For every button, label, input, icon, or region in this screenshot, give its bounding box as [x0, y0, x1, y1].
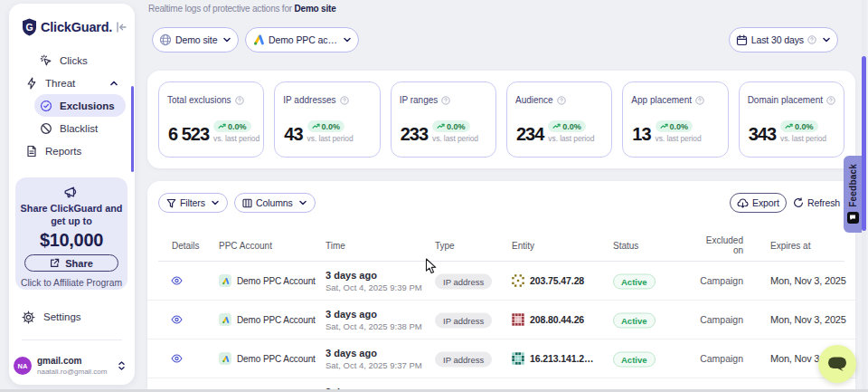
type-badge: IP address	[435, 313, 492, 329]
help-circle-icon[interactable]	[826, 96, 835, 105]
megaphone-icon	[63, 185, 80, 201]
logo-text: ClickGuard.	[41, 20, 112, 34]
columns-button[interactable]: Columns	[234, 193, 316, 213]
help-circle-icon[interactable]	[695, 96, 704, 105]
stat-value: 233	[401, 125, 428, 143]
view-details-eye-icon[interactable]	[171, 315, 183, 325]
column-header-time[interactable]: Time	[326, 241, 345, 251]
stat-title: Total exclusions	[167, 95, 255, 105]
page-title-prefix: Realtime logs of protective actions for	[148, 4, 295, 14]
export-button[interactable]: Export	[730, 193, 787, 213]
help-circle-icon[interactable]	[557, 96, 566, 105]
table-row[interactable]: Demo PPC Account 3 days ago Sat, Oct 4, …	[147, 262, 855, 301]
help-circle-icon	[807, 35, 816, 44]
logo-row: G ClickGuard.	[22, 18, 127, 36]
column-header-status[interactable]: Status	[613, 241, 638, 251]
sidebar-item-reports[interactable]: Reports	[22, 139, 126, 162]
stat-card: Total exclusions 6 523 0.0% vs. last per…	[158, 81, 264, 158]
column-header-ppc-account[interactable]: PPC Account	[219, 241, 272, 251]
refresh-button[interactable]: Refresh	[791, 193, 842, 213]
date-range-selector[interactable]: Last 30 days	[729, 27, 838, 53]
calendar-icon	[736, 34, 748, 46]
stat-card: Domain placement 343 0.0% vs. last perio…	[739, 81, 844, 158]
chat-widget-button[interactable]	[818, 345, 856, 383]
stat-delta-badge: 0.0%	[780, 120, 818, 132]
sidebar-item-label: Reports	[45, 146, 81, 157]
sidebar-item-blacklist[interactable]: Blacklist	[34, 117, 126, 139]
trending-up-icon	[218, 123, 226, 129]
cloud-download-icon	[737, 198, 749, 208]
column-header-entity[interactable]: Entity	[512, 241, 534, 251]
entity-value: 16.213.141.2…	[530, 353, 594, 364]
column-header-type[interactable]: Type	[435, 241, 455, 251]
chat-bubble-icon	[826, 355, 848, 373]
user-email: naatali.ro@gmail.com	[37, 368, 107, 376]
affiliate-link[interactable]: Click to Affiliate Program	[15, 278, 127, 288]
view-details-eye-icon[interactable]	[171, 354, 183, 364]
time-cell: 3 days ago Sat, Oct 4, 2025 9:38 PM	[326, 309, 422, 331]
logs-table-panel: Filters Columns Export Refresh Details P…	[147, 181, 855, 392]
google-ads-account-icon	[219, 274, 231, 287]
promo-line1: Share ClickGuard and	[15, 203, 127, 215]
sidebar-item-threat[interactable]: Threat	[22, 72, 126, 94]
stat-delta: 0.0%	[228, 122, 247, 131]
date-range-label: Last 30 days	[751, 34, 804, 45]
table-row[interactable]: Demo PPC Account 3 days ago Sat, Oct 4, …	[147, 301, 855, 339]
sidebar-scrollbar-thumb[interactable]	[131, 86, 135, 172]
stat-meta: 0.0% vs. last period	[780, 120, 826, 143]
trending-up-icon	[660, 123, 668, 129]
type-cell: IP address	[435, 350, 492, 368]
expires-at-cell: Mon, Nov 3, 2025	[770, 275, 846, 286]
help-circle-icon[interactable]	[441, 96, 450, 105]
ppc-account-cell: Demo PPC Account	[219, 352, 316, 365]
stats-panel: Total exclusions 6 523 0.0% vs. last per…	[147, 71, 855, 168]
stat-card: IP addresses 43 0.0% vs. last period	[274, 81, 380, 158]
entity-value: 203.75.47.28	[530, 275, 584, 286]
view-details-eye-icon[interactable]	[171, 276, 183, 286]
filters-button[interactable]: Filters	[158, 193, 228, 213]
google-ads-account-icon	[219, 313, 231, 326]
stat-vs-label: vs. last period	[213, 134, 259, 143]
stat-delta: 0.0%	[322, 122, 341, 131]
stat-delta-badge: 0.0%	[213, 120, 251, 132]
page-title: Realtime logs of protective actions for …	[148, 4, 336, 14]
share-button[interactable]: Share	[24, 254, 118, 272]
chevron-down-icon	[343, 35, 352, 44]
lightning-icon	[25, 77, 38, 90]
sidebar-item-exclusions[interactable]: Exclusions	[34, 94, 126, 117]
time-absolute: Sat, Oct 4, 2025 9:39 PM	[326, 282, 422, 292]
stat-label: App placement	[631, 95, 692, 105]
stat-value: 343	[749, 125, 776, 143]
entity-cell: 16.213.141.2…	[512, 352, 594, 365]
site-selector[interactable]: Demo site	[152, 27, 239, 53]
stat-card: App placement 13 0.0% vs. last period	[622, 81, 728, 158]
excluded-on-cell: Campaign	[662, 353, 743, 364]
excluded-on-cell: Campaign	[662, 314, 743, 325]
stat-vs-label: vs. last period	[432, 134, 478, 143]
stat-title: IP addresses	[283, 95, 371, 105]
column-header-excluded-on[interactable]: Excluded on	[696, 235, 743, 255]
svg-text:G: G	[25, 22, 33, 33]
columns-label: Columns	[256, 197, 293, 208]
stat-delta-badge: 0.0%	[432, 120, 470, 132]
sidebar-item-clicks[interactable]: Clicks	[34, 49, 126, 72]
sidebar-item-settings[interactable]: Settings	[22, 306, 126, 328]
account-switcher[interactable]: NA gmail.com naatali.ro@gmail.com	[14, 355, 126, 377]
help-circle-icon[interactable]	[340, 96, 349, 105]
column-header-details[interactable]: Details	[172, 241, 200, 251]
chevron-down-icon	[211, 198, 220, 207]
collapse-sidebar-icon[interactable]	[115, 21, 127, 33]
trending-up-icon	[437, 123, 445, 129]
column-header-expires-at[interactable]: Expires at	[770, 241, 810, 251]
feedback-tab[interactable]: Feedback	[844, 156, 862, 233]
affiliate-promo-card: Share ClickGuard and get up to $10,000 S…	[15, 177, 127, 290]
promo-line2: get up to	[15, 215, 127, 228]
ppc-account-selector[interactable]: Demo PPC ac…	[245, 27, 359, 53]
help-circle-icon[interactable]	[235, 96, 244, 105]
trending-up-icon	[552, 123, 561, 129]
table-row[interactable]: Demo PPC Account 3 days ago Sat, Oct 4, …	[147, 339, 855, 378]
entity-cell: 203.75.47.28	[512, 274, 584, 287]
sidebar-item-label: Clicks	[60, 55, 88, 66]
clickguard-logo-icon: G	[22, 18, 37, 36]
page-scrollbar-thumb[interactable]	[862, 56, 866, 231]
